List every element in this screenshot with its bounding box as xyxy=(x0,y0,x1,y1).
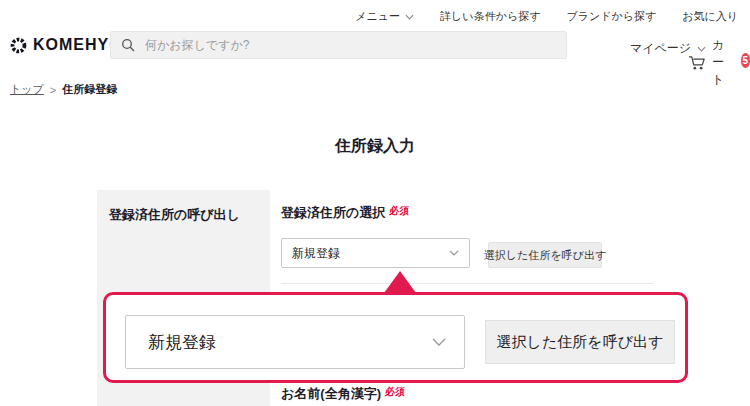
komehyo-logo[interactable]: KOMEHYO xyxy=(10,36,123,54)
name-field-label: お名前(全角漢字) xyxy=(281,385,381,403)
search-by-condition-label: 詳しい条件から探す xyxy=(440,9,540,24)
name-field-label-row: お名前(全角漢字) 必須 xyxy=(281,385,405,403)
select-value: 新規登録 xyxy=(292,245,340,262)
top-utility-nav: メニュー 詳しい条件から探す ブランドから探す お気に入り xyxy=(355,9,738,24)
menu-label: メニュー xyxy=(355,9,400,24)
breadcrumb-separator: > xyxy=(50,84,56,96)
section-label: 登録済住所の呼び出し xyxy=(109,206,258,224)
select-field-label: 登録済住所の選択 xyxy=(281,204,385,222)
menu-link[interactable]: メニュー xyxy=(355,9,414,24)
registered-address-select-magnified[interactable]: 新規登録 xyxy=(125,315,465,369)
cart-label: カート xyxy=(712,37,735,88)
breadcrumb-current: 住所録登録 xyxy=(62,82,117,97)
chevron-down-icon xyxy=(405,14,414,20)
magnified-callout: 新規登録 選択した住所を呼び出す xyxy=(103,292,688,383)
cart-icon xyxy=(688,55,707,71)
select-field-label-row: 登録済住所の選択 必須 xyxy=(281,204,409,222)
favorites-link[interactable]: お気に入り xyxy=(682,9,738,24)
row-divider xyxy=(281,283,653,284)
komehyo-mark-icon xyxy=(10,37,27,54)
search-by-condition-link[interactable]: 詳しい条件から探す xyxy=(440,9,540,24)
search-bar[interactable] xyxy=(110,31,567,59)
search-by-brand-label: ブランドから探す xyxy=(566,9,656,24)
call-address-button[interactable]: 選択した住所を呼び出す xyxy=(488,242,602,268)
breadcrumb: トップ > 住所録登録 xyxy=(10,82,117,97)
favorites-label: お気に入り xyxy=(682,9,738,24)
select-value: 新規登録 xyxy=(148,331,216,354)
callout-pointer-triangle xyxy=(384,271,416,293)
page-title: 住所録入力 xyxy=(0,136,750,157)
required-badge: 必須 xyxy=(389,204,409,218)
required-badge: 必須 xyxy=(385,385,405,399)
search-input[interactable] xyxy=(143,37,556,53)
mypage-label: マイページ xyxy=(630,40,691,57)
registered-address-select[interactable]: 新規登録 xyxy=(281,238,470,268)
breadcrumb-home-link[interactable]: トップ xyxy=(10,82,44,97)
cart-link[interactable]: カート 5 xyxy=(688,37,750,88)
chevron-down-icon xyxy=(449,250,459,256)
chevron-down-icon xyxy=(432,338,446,347)
cart-count-badge: 5 xyxy=(741,53,750,68)
call-address-button-magnified[interactable]: 選択した住所を呼び出す xyxy=(485,320,675,364)
search-by-brand-link[interactable]: ブランドから探す xyxy=(566,9,656,24)
search-icon xyxy=(121,38,135,52)
